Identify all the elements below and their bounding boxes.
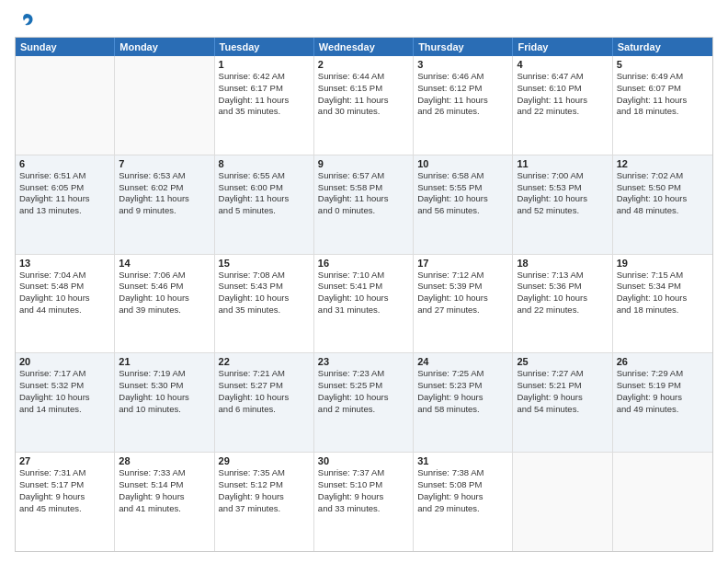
sunrise-text: Sunrise: 7:38 AM xyxy=(417,467,508,479)
daylight-minutes: and 14 minutes. xyxy=(19,404,110,416)
day-number: 13 xyxy=(19,258,110,269)
day-cell-2: 2Sunrise: 6:44 AMSunset: 6:15 PMDaylight… xyxy=(314,56,414,155)
daylight-hours: Daylight: 11 hours xyxy=(119,193,210,205)
daylight-hours: Daylight: 10 hours xyxy=(19,293,110,304)
sunset-text: Sunset: 5:12 PM xyxy=(219,479,310,491)
sunrise-text: Sunrise: 6:44 AM xyxy=(318,71,409,83)
daylight-hours: Daylight: 10 hours xyxy=(219,293,310,304)
daylight-hours: Daylight: 11 hours xyxy=(417,95,508,107)
daylight-hours: Daylight: 9 hours xyxy=(417,491,508,503)
sunset-text: Sunset: 6:15 PM xyxy=(318,83,409,95)
day-cell-26: 26Sunrise: 7:29 AMSunset: 5:19 PMDayligh… xyxy=(613,353,712,452)
sunrise-text: Sunrise: 7:08 AM xyxy=(219,270,310,282)
sunrise-text: Sunrise: 7:17 AM xyxy=(19,368,110,380)
day-number: 24 xyxy=(417,356,508,367)
day-number: 26 xyxy=(617,356,709,367)
sunrise-text: Sunrise: 7:10 AM xyxy=(318,270,409,282)
daylight-minutes: and 18 minutes. xyxy=(617,106,709,118)
calendar-row-1: 6Sunrise: 6:51 AMSunset: 6:05 PMDaylight… xyxy=(16,155,712,254)
sunset-text: Sunset: 6:05 PM xyxy=(19,182,110,194)
day-cell-13: 13Sunrise: 7:04 AMSunset: 5:48 PMDayligh… xyxy=(16,255,115,353)
day-cell-28: 28Sunrise: 7:33 AMSunset: 5:14 PMDayligh… xyxy=(115,453,214,551)
calendar-body: 1Sunrise: 6:42 AMSunset: 6:17 PMDaylight… xyxy=(16,56,712,551)
sunrise-text: Sunrise: 7:35 AM xyxy=(219,467,310,479)
day-cell-3: 3Sunrise: 6:46 AMSunset: 6:12 PMDaylight… xyxy=(414,56,513,155)
daylight-minutes: and 27 minutes. xyxy=(417,304,508,316)
day-number: 2 xyxy=(318,59,409,70)
sunrise-text: Sunrise: 7:04 AM xyxy=(19,270,110,282)
day-number: 31 xyxy=(417,455,508,466)
day-number: 25 xyxy=(517,356,608,367)
daylight-minutes: and 13 minutes. xyxy=(19,205,110,217)
day-cell-6: 6Sunrise: 6:51 AMSunset: 6:05 PMDaylight… xyxy=(16,155,115,254)
sunset-text: Sunset: 5:46 PM xyxy=(119,281,210,293)
day-cell-10: 10Sunrise: 6:58 AMSunset: 5:55 PMDayligh… xyxy=(414,155,513,254)
day-number: 8 xyxy=(219,158,310,169)
header-day-tuesday: Tuesday xyxy=(215,38,314,56)
empty-cell-0-0 xyxy=(16,56,115,155)
daylight-hours: Daylight: 11 hours xyxy=(219,95,310,107)
sunrise-text: Sunrise: 7:00 AM xyxy=(517,170,608,182)
day-number: 15 xyxy=(219,258,310,269)
sunset-text: Sunset: 5:27 PM xyxy=(219,380,310,392)
day-number: 28 xyxy=(119,455,210,466)
daylight-hours: Daylight: 11 hours xyxy=(617,95,709,107)
daylight-hours: Daylight: 11 hours xyxy=(318,193,409,205)
daylight-hours: Daylight: 10 hours xyxy=(617,193,709,205)
daylight-hours: Daylight: 9 hours xyxy=(19,491,110,503)
daylight-hours: Daylight: 11 hours xyxy=(517,95,608,107)
day-number: 18 xyxy=(517,258,608,269)
daylight-minutes: and 31 minutes. xyxy=(318,304,409,316)
day-number: 19 xyxy=(617,258,709,269)
daylight-minutes: and 35 minutes. xyxy=(219,304,310,316)
sunrise-text: Sunrise: 6:55 AM xyxy=(219,170,310,182)
sunset-text: Sunset: 5:53 PM xyxy=(517,182,608,194)
sunrise-text: Sunrise: 6:57 AM xyxy=(318,170,409,182)
day-number: 14 xyxy=(119,258,210,269)
day-number: 5 xyxy=(617,59,709,70)
daylight-minutes: and 44 minutes. xyxy=(19,304,110,316)
day-number: 3 xyxy=(417,59,508,70)
header-day-thursday: Thursday xyxy=(414,38,513,56)
daylight-minutes: and 30 minutes. xyxy=(318,106,409,118)
sunset-text: Sunset: 5:19 PM xyxy=(617,380,709,392)
day-number: 7 xyxy=(119,158,210,169)
day-number: 21 xyxy=(119,356,210,367)
header-day-monday: Monday xyxy=(115,38,214,56)
sunrise-text: Sunrise: 6:51 AM xyxy=(19,170,110,182)
sunrise-text: Sunrise: 6:58 AM xyxy=(417,170,508,182)
sunset-text: Sunset: 5:39 PM xyxy=(417,281,508,293)
daylight-hours: Daylight: 10 hours xyxy=(617,293,709,304)
daylight-minutes: and 35 minutes. xyxy=(219,106,310,118)
day-cell-5: 5Sunrise: 6:49 AMSunset: 6:07 PMDaylight… xyxy=(613,56,712,155)
day-number: 20 xyxy=(19,356,110,367)
sunset-text: Sunset: 6:00 PM xyxy=(219,182,310,194)
daylight-minutes: and 6 minutes. xyxy=(219,404,310,416)
sunset-text: Sunset: 5:14 PM xyxy=(119,479,210,491)
day-cell-1: 1Sunrise: 6:42 AMSunset: 6:17 PMDaylight… xyxy=(215,56,314,155)
calendar-row-0: 1Sunrise: 6:42 AMSunset: 6:17 PMDaylight… xyxy=(16,56,712,155)
calendar-row-2: 13Sunrise: 7:04 AMSunset: 5:48 PMDayligh… xyxy=(16,254,712,353)
day-cell-14: 14Sunrise: 7:06 AMSunset: 5:46 PMDayligh… xyxy=(115,255,214,353)
day-number: 10 xyxy=(417,158,508,169)
daylight-hours: Daylight: 10 hours xyxy=(119,392,210,404)
sunrise-text: Sunrise: 7:25 AM xyxy=(417,368,508,380)
sunset-text: Sunset: 6:02 PM xyxy=(119,182,210,194)
daylight-hours: Daylight: 9 hours xyxy=(219,491,310,503)
sunrise-text: Sunrise: 7:19 AM xyxy=(119,368,210,380)
sunrise-text: Sunrise: 7:37 AM xyxy=(318,467,409,479)
day-number: 6 xyxy=(19,158,110,169)
daylight-hours: Daylight: 10 hours xyxy=(219,392,310,404)
sunrise-text: Sunrise: 7:21 AM xyxy=(219,368,310,380)
sunset-text: Sunset: 5:32 PM xyxy=(19,380,110,392)
daylight-minutes: and 41 minutes. xyxy=(119,503,210,515)
daylight-minutes: and 52 minutes. xyxy=(517,205,608,217)
daylight-minutes: and 5 minutes. xyxy=(219,205,310,217)
daylight-hours: Daylight: 10 hours xyxy=(517,293,608,304)
sunset-text: Sunset: 5:48 PM xyxy=(19,281,110,293)
daylight-minutes: and 45 minutes. xyxy=(19,503,110,515)
logo-text xyxy=(15,11,37,29)
daylight-minutes: and 26 minutes. xyxy=(417,106,508,118)
daylight-hours: Daylight: 9 hours xyxy=(617,392,709,404)
sunset-text: Sunset: 5:17 PM xyxy=(19,479,110,491)
